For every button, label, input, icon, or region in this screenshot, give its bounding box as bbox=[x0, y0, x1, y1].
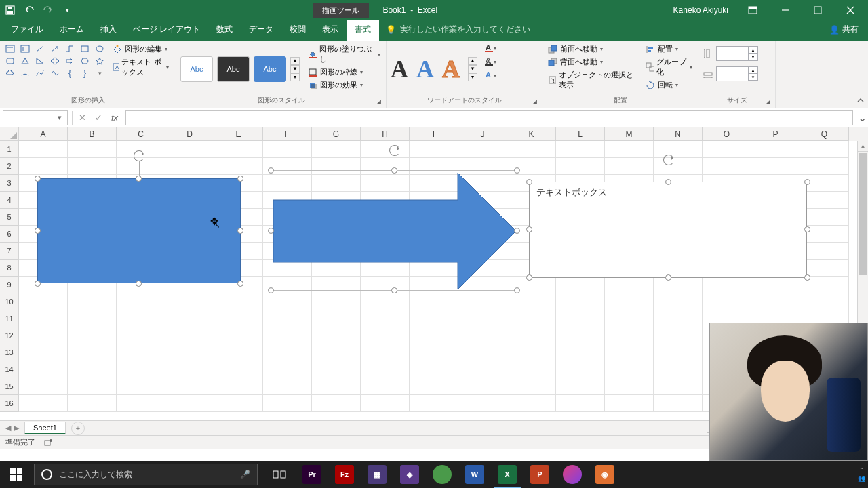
shape-connector-icon[interactable] bbox=[64, 43, 76, 54]
cell[interactable] bbox=[117, 395, 165, 412]
cell[interactable] bbox=[703, 277, 751, 293]
cell[interactable] bbox=[263, 327, 312, 344]
cell[interactable] bbox=[458, 327, 507, 344]
tab-data[interactable]: データ bbox=[241, 20, 281, 41]
shape-cloud-icon[interactable] bbox=[4, 68, 16, 79]
wordart-preset-1[interactable]: A bbox=[391, 55, 408, 83]
text-outline-button[interactable]: A▾ bbox=[484, 57, 496, 66]
selection-handle[interactable] bbox=[514, 228, 520, 234]
selection-handle[interactable] bbox=[237, 281, 243, 287]
cell[interactable] bbox=[605, 158, 654, 175]
maximize-button[interactable] bbox=[804, 1, 831, 20]
cell[interactable] bbox=[68, 293, 117, 310]
wordart-launcher-icon[interactable]: ◢ bbox=[532, 98, 540, 106]
cell[interactable] bbox=[361, 141, 410, 158]
wa-gallery-down-icon[interactable]: ▼ bbox=[468, 65, 477, 73]
shape-hexagon-icon[interactable] bbox=[79, 56, 91, 66]
selection-handle[interactable] bbox=[804, 274, 810, 281]
cell[interactable] bbox=[68, 378, 117, 395]
text-fill-button[interactable]: A▾ bbox=[484, 43, 496, 53]
wa-gallery-more-icon[interactable]: ▾ bbox=[468, 73, 477, 81]
cell[interactable] bbox=[410, 344, 458, 361]
cell[interactable] bbox=[800, 141, 849, 158]
cell[interactable] bbox=[19, 344, 68, 361]
macro-record-icon[interactable] bbox=[43, 438, 53, 447]
taskbar-app-visualstudio[interactable]: ◈ bbox=[393, 461, 426, 488]
column-header[interactable]: M bbox=[605, 127, 654, 141]
cell[interactable] bbox=[312, 395, 361, 412]
cell[interactable] bbox=[117, 310, 165, 327]
ribbon-display-options-icon[interactable] bbox=[739, 1, 766, 20]
cell[interactable] bbox=[165, 141, 214, 158]
shape-line-icon[interactable] bbox=[34, 43, 46, 54]
selection-handle[interactable] bbox=[268, 167, 274, 174]
row-header[interactable]: 1 bbox=[0, 141, 19, 158]
cell[interactable] bbox=[654, 344, 703, 361]
selection-handle[interactable] bbox=[268, 228, 274, 234]
tell-me-search[interactable]: 💡 実行したい作業を入力してください bbox=[379, 20, 820, 41]
cell[interactable] bbox=[654, 158, 703, 175]
cell[interactable] bbox=[751, 141, 800, 158]
task-view-icon[interactable] bbox=[263, 461, 296, 488]
cell[interactable] bbox=[507, 361, 556, 378]
cell[interactable] bbox=[654, 293, 703, 310]
select-all-cell[interactable] bbox=[0, 127, 19, 141]
taskbar-app-generic-3[interactable] bbox=[556, 461, 589, 488]
shape-freeform-icon[interactable] bbox=[49, 68, 61, 79]
shape-star-icon[interactable] bbox=[94, 56, 106, 66]
column-header[interactable]: C bbox=[117, 127, 165, 141]
cell[interactable] bbox=[654, 361, 703, 378]
row-header[interactable]: 3 bbox=[0, 175, 19, 192]
tab-view[interactable]: 表示 bbox=[314, 20, 347, 41]
cell[interactable] bbox=[165, 378, 214, 395]
column-header[interactable]: Q bbox=[800, 127, 849, 141]
cell[interactable] bbox=[263, 378, 312, 395]
row-header[interactable]: 12 bbox=[0, 327, 19, 344]
cell[interactable] bbox=[68, 141, 117, 158]
rotate-button[interactable]: 回転▾ bbox=[644, 79, 694, 91]
selection-handle[interactable] bbox=[268, 287, 274, 293]
width-down-icon[interactable]: ▼ bbox=[749, 74, 757, 81]
cell[interactable] bbox=[312, 378, 361, 395]
cell[interactable] bbox=[507, 141, 556, 158]
formula-input[interactable] bbox=[125, 110, 853, 125]
cell[interactable] bbox=[703, 141, 751, 158]
cell[interactable] bbox=[556, 361, 605, 378]
cell[interactable] bbox=[263, 395, 312, 412]
align-button[interactable]: 配置▾ bbox=[644, 43, 694, 55]
cell[interactable] bbox=[458, 361, 507, 378]
expand-formula-bar-icon[interactable]: ⌄ bbox=[856, 111, 868, 124]
cell[interactable] bbox=[458, 344, 507, 361]
row-header[interactable]: 16 bbox=[0, 395, 19, 412]
taskbar-app-generic-4[interactable]: ◉ bbox=[589, 461, 621, 488]
style-preset-3[interactable]: Abc bbox=[254, 56, 286, 82]
cell[interactable] bbox=[800, 209, 849, 226]
microphone-icon[interactable]: 🎤 bbox=[240, 470, 250, 479]
selection-handle[interactable] bbox=[804, 226, 810, 232]
cell[interactable] bbox=[556, 344, 605, 361]
rotation-handle[interactable] bbox=[663, 155, 674, 165]
cell[interactable] bbox=[68, 310, 117, 327]
cell[interactable] bbox=[117, 378, 165, 395]
cell[interactable] bbox=[68, 327, 117, 344]
cell[interactable] bbox=[361, 378, 410, 395]
tab-file[interactable]: ファイル bbox=[3, 20, 52, 41]
selection-handle[interactable] bbox=[526, 179, 532, 185]
selection-handle[interactable] bbox=[136, 281, 142, 287]
cell[interactable] bbox=[605, 378, 654, 395]
row-header[interactable]: 11 bbox=[0, 310, 19, 327]
shape-right-arrow[interactable] bbox=[273, 173, 516, 289]
shape-outline-button[interactable]: 図形の枠線▾ bbox=[307, 66, 382, 78]
cell[interactable] bbox=[165, 158, 214, 175]
selection-handle[interactable] bbox=[514, 167, 520, 174]
cell[interactable] bbox=[19, 361, 68, 378]
cell[interactable] bbox=[312, 293, 361, 310]
shape-right-arrow-icon[interactable] bbox=[64, 56, 76, 66]
cell[interactable] bbox=[410, 395, 458, 412]
column-header[interactable]: F bbox=[263, 127, 312, 141]
shape-styles-launcher-icon[interactable]: ◢ bbox=[376, 98, 384, 106]
row-header[interactable]: 2 bbox=[0, 158, 19, 175]
shape-curve-icon[interactable] bbox=[34, 68, 46, 79]
cell[interactable] bbox=[312, 310, 361, 327]
cell[interactable] bbox=[507, 378, 556, 395]
